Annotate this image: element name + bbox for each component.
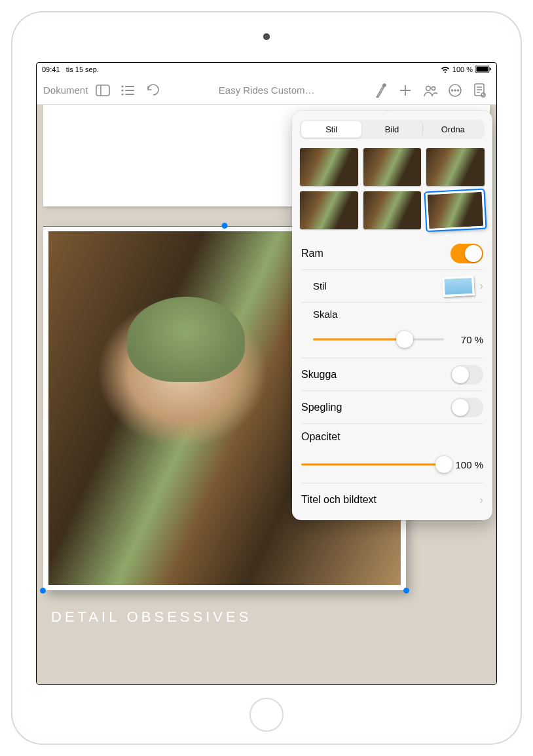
frame-row: Ram — [301, 237, 483, 270]
resize-handle-top[interactable] — [222, 223, 228, 229]
toolbar: Dokument Easy Rides Custom… — [37, 76, 496, 105]
svg-point-11 — [383, 84, 386, 86]
reflection-label: Spegling — [301, 402, 342, 413]
scale-slider[interactable] — [313, 330, 444, 349]
style-preset-1[interactable] — [300, 148, 358, 186]
shadow-label: Skugga — [301, 369, 337, 381]
more-icon[interactable] — [444, 79, 466, 102]
style-presets — [292, 145, 492, 237]
opacity-label-row: Opacitet — [301, 424, 483, 450]
frame-label: Ram — [301, 248, 323, 259]
status-battery-text: 100 % — [452, 66, 473, 73]
screen: 09:41 tis 15 sep. 100 % Dokument Easy Ri… — [36, 62, 497, 685]
scale-value: 70 % — [450, 334, 483, 345]
svg-rect-6 — [125, 86, 134, 87]
battery-icon — [475, 66, 491, 74]
sidebar-icon[interactable] — [92, 79, 114, 102]
frame-style-label: Stil — [313, 280, 327, 292]
list-icon[interactable] — [117, 79, 139, 102]
frame-toggle[interactable] — [450, 244, 483, 263]
svg-point-7 — [122, 89, 124, 91]
insert-icon[interactable] — [394, 79, 416, 102]
svg-point-17 — [452, 90, 453, 91]
svg-rect-1 — [477, 66, 488, 71]
svg-rect-2 — [490, 67, 491, 70]
page-view-icon[interactable] — [469, 79, 491, 102]
frame-style-swatch — [442, 275, 475, 296]
reflection-toggle[interactable] — [450, 398, 483, 417]
reflection-row: Spegling — [301, 391, 483, 424]
page-heading: DETAIL OBSESSIVES — [51, 609, 251, 626]
format-popover: Stil Bild Ordna Ram — [292, 111, 492, 520]
document-canvas[interactable]: DETAIL OBSESSIVES Stil Bild Ordna — [37, 105, 496, 684]
shadow-toggle[interactable] — [450, 365, 483, 385]
camera — [263, 33, 270, 40]
style-preset-2[interactable] — [363, 148, 422, 186]
status-left: 09:41 tis 15 sep. — [42, 66, 99, 73]
opacity-label: Opacitet — [301, 431, 340, 443]
home-button[interactable] — [249, 698, 284, 732]
svg-rect-8 — [125, 90, 134, 91]
document-title[interactable]: Easy Rides Custom… — [219, 85, 315, 96]
status-bar: 09:41 tis 15 sep. 100 % — [37, 63, 496, 76]
caption-label: Titel och bildtext — [301, 494, 377, 506]
style-preset-5[interactable] — [363, 191, 422, 229]
wifi-icon — [441, 66, 450, 74]
status-right: 100 % — [441, 66, 491, 74]
status-time: 09:41 — [42, 66, 60, 73]
status-date: tis 15 sep. — [66, 66, 99, 73]
ipad-frame: 09:41 tis 15 sep. 100 % Dokument Easy Ri… — [11, 11, 522, 745]
svg-rect-10 — [125, 94, 134, 95]
caption-row[interactable]: Titel och bildtext › — [301, 483, 483, 516]
format-icon[interactable] — [369, 79, 392, 102]
tab-style[interactable]: Stil — [301, 121, 361, 138]
popover-arrow — [382, 111, 395, 117]
svg-point-5 — [122, 85, 124, 87]
tab-image[interactable]: Bild — [361, 121, 422, 138]
frame-style-row[interactable]: Stil › — [301, 270, 483, 303]
svg-point-15 — [432, 86, 435, 90]
resize-handle-bottom-left[interactable] — [40, 588, 46, 594]
tab-arrange[interactable]: Ordna — [423, 121, 483, 138]
svg-point-14 — [426, 86, 431, 90]
shadow-row: Skugga — [301, 358, 483, 391]
opacity-value: 100 % — [450, 459, 483, 470]
collaborate-icon[interactable] — [419, 79, 441, 102]
back-button[interactable]: Dokument — [42, 79, 89, 102]
svg-point-18 — [454, 90, 456, 91]
scale-label-row: Skala — [301, 303, 483, 325]
scale-label: Skala — [313, 309, 338, 320]
undo-icon[interactable] — [141, 79, 164, 102]
chevron-right-icon: › — [479, 493, 483, 507]
style-preset-3[interactable] — [426, 148, 485, 186]
svg-rect-3 — [96, 85, 109, 96]
style-preset-4[interactable] — [300, 191, 358, 229]
chevron-right-icon: › — [479, 279, 483, 293]
opacity-slider[interactable] — [301, 455, 444, 474]
svg-point-19 — [458, 90, 459, 91]
style-preset-6[interactable] — [426, 190, 486, 231]
svg-point-9 — [122, 93, 124, 95]
popover-tabs: Stil Bild Ordna — [300, 120, 485, 139]
resize-handle-bottom-right[interactable] — [403, 588, 409, 594]
